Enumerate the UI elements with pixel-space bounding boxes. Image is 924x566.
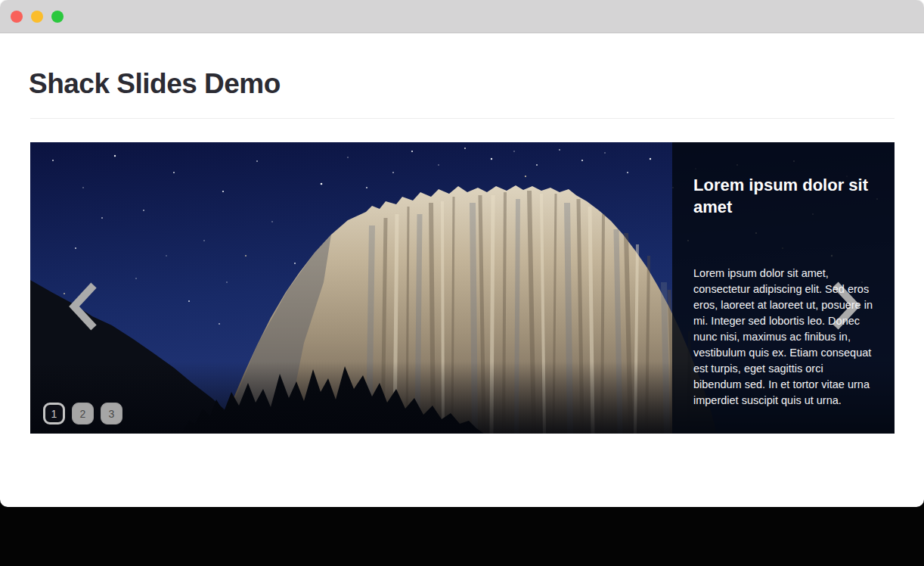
- carousel-next-button[interactable]: [829, 280, 863, 331]
- maximize-window-icon[interactable]: [51, 11, 64, 23]
- chevron-left-icon: [67, 281, 100, 332]
- pagination-button-1[interactable]: 1: [43, 403, 65, 424]
- bottom-black-band: [0, 499, 924, 566]
- title-divider: [30, 118, 895, 119]
- page-title: Shack Slides Demo: [29, 68, 281, 100]
- close-window-icon[interactable]: [11, 11, 23, 23]
- window-titlebar: [0, 0, 924, 33]
- carousel-prev-button[interactable]: [67, 281, 100, 332]
- carousel-pagination: 1 2 3: [43, 403, 122, 424]
- chevron-right-icon: [829, 280, 863, 331]
- pagination-button-2[interactable]: 2: [72, 403, 94, 424]
- slideshow-carousel: Lorem ipsum dolor sit amet Lorem ipsum d…: [30, 142, 895, 434]
- pagination-button-3[interactable]: 3: [101, 403, 122, 424]
- minimize-window-icon[interactable]: [31, 11, 43, 23]
- browser-window: Shack Slides Demo: [0, 0, 924, 507]
